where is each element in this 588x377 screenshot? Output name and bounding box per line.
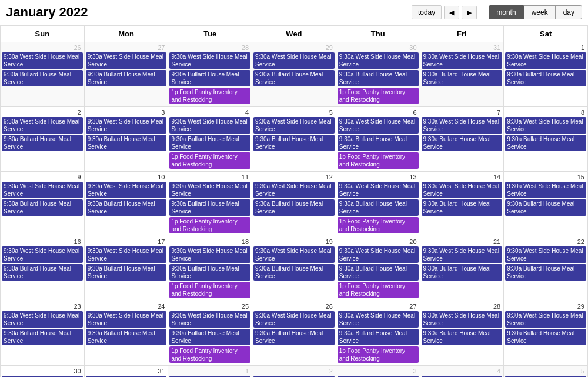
bullard-event[interactable]: 9:30a Bullard House Meal Service — [505, 199, 586, 216]
bullard-event[interactable]: 9:30a Bullard House Meal Service — [338, 135, 419, 151]
food-pantry-event[interactable]: 1p Food Pantry Inventory and Restocking — [169, 346, 250, 363]
west-side-event[interactable]: 9:30a West Side House Meal Service — [505, 182, 586, 198]
bullard-event[interactable]: 9:30a Bullard House Meal Service — [169, 329, 250, 345]
calendar-cell: 109:30a West Side House Meal Service9:30… — [84, 172, 168, 236]
bullard-event[interactable]: 9:30a Bullard House Meal Service — [169, 264, 250, 281]
bullard-event[interactable]: 9:30a Bullard House Meal Service — [253, 264, 335, 281]
bullard-event[interactable]: 9:30a Bullard House Meal Service — [338, 70, 419, 86]
week-row-2: 99:30a West Side House Meal Service9:30a… — [1, 172, 588, 236]
west-side-event[interactable]: 9:30a West Side House Meal Service — [422, 182, 503, 198]
west-side-event[interactable]: 9:30a West Side House Meal Service — [505, 117, 586, 134]
weekday-header-sat: Sat — [504, 26, 588, 42]
bullard-event[interactable]: 9:30a Bullard House Meal Service — [422, 135, 503, 151]
food-pantry-event[interactable]: 1p Food Pantry Inventory and Restocking — [169, 88, 250, 104]
bullard-event[interactable]: 9:30a Bullard House Meal Service — [86, 329, 167, 345]
prev-button[interactable]: ◀ — [444, 6, 459, 19]
west-side-event[interactable]: 9:30a West Side House Meal Service — [86, 246, 167, 263]
calendar-cell: 269:30a West Side House Meal Service9:30… — [252, 301, 336, 366]
west-side-event[interactable]: 9:30a West Side House Meal Service — [253, 52, 335, 69]
west-side-event[interactable]: 9:30a West Side House Meal Service — [169, 117, 250, 134]
food-pantry-event[interactable]: 1p Food Pantry Inventory and Restocking — [338, 217, 419, 233]
bullard-event[interactable]: 9:30a Bullard House Meal Service — [2, 70, 83, 86]
bullard-event[interactable]: 9:30a Bullard House Meal Service — [169, 135, 250, 151]
day-view-button[interactable]: day — [556, 5, 582, 19]
bullard-event[interactable]: 9:30a Bullard House Meal Service — [253, 70, 335, 86]
west-side-event[interactable]: 9:30a West Side House Meal Service — [422, 52, 503, 69]
bullard-event[interactable]: 9:30a Bullard House Meal Service — [253, 199, 335, 216]
bullard-event[interactable]: 9:30a Bullard House Meal Service — [86, 264, 167, 281]
west-side-event[interactable]: 9:30a West Side House Meal Service — [86, 182, 167, 198]
bullard-event[interactable]: 9:30a Bullard House Meal Service — [422, 264, 503, 281]
west-side-event[interactable]: 9:30a West Side House Meal Service — [505, 246, 586, 263]
bullard-event[interactable]: 9:30a Bullard House Meal Service — [2, 329, 83, 345]
bullard-event[interactable]: 9:30a Bullard House Meal Service — [86, 135, 167, 151]
bullard-event[interactable]: 9:30a Bullard House Meal Service — [253, 135, 335, 151]
west-side-event[interactable]: 9:30a West Side House Meal Service — [253, 246, 335, 263]
bullard-event[interactable]: 9:30a Bullard House Meal Service — [505, 264, 586, 281]
bullard-event[interactable]: 9:30a Bullard House Meal Service — [2, 264, 83, 281]
bullard-event[interactable]: 9:30a Bullard House Meal Service — [338, 199, 419, 216]
bullard-event[interactable]: 9:30a Bullard House Meal Service — [2, 135, 83, 151]
west-side-event[interactable]: 9:30a West Side House Meal Service — [2, 246, 83, 263]
calendar-cell: 259:30a West Side House Meal Service9:30… — [168, 301, 252, 366]
bullard-event[interactable]: 9:30a Bullard House Meal Service — [422, 70, 503, 86]
food-pantry-event[interactable]: 1p Food Pantry Inventory and Restocking — [169, 217, 250, 233]
next-button[interactable]: ▶ — [462, 6, 477, 19]
west-side-event[interactable]: 9:30a West Side House Meal Service — [2, 311, 83, 328]
west-side-event[interactable]: 9:30a West Side House Meal Service — [338, 52, 419, 69]
west-side-event[interactable]: 9:30a West Side House Meal Service — [86, 117, 167, 134]
food-pantry-event[interactable]: 1p Food Pantry Inventory and Restocking — [169, 282, 250, 298]
west-side-event[interactable]: 9:30a West Side House Meal Service — [253, 311, 335, 328]
west-side-event[interactable]: 9:30a West Side House Meal Service — [338, 182, 419, 198]
west-side-event[interactable]: 9:30a West Side House Meal Service — [2, 182, 83, 198]
bullard-event[interactable]: 9:30a Bullard House Meal Service — [169, 70, 250, 86]
bullard-event[interactable]: 9:30a Bullard House Meal Service — [338, 329, 419, 345]
west-side-event[interactable]: 9:30a West Side House Meal Service — [338, 246, 419, 263]
food-pantry-event[interactable]: 1p Food Pantry Inventory and Restocking — [338, 282, 419, 298]
west-side-event[interactable]: 9:30a West Side House Meal Service — [505, 311, 586, 328]
today-button[interactable]: today — [412, 5, 442, 19]
bullard-event[interactable]: 9:30a Bullard House Meal Service — [169, 199, 250, 216]
west-side-event[interactable]: 9:30a West Side House Meal Service — [169, 182, 250, 198]
bullard-event[interactable]: 9:30a Bullard House Meal Service — [422, 329, 503, 345]
food-pantry-event[interactable]: 1p Food Pantry Inventory and Restocking — [338, 152, 419, 169]
west-side-event[interactable]: 9:30a West Side House Meal Service — [422, 311, 503, 328]
west-side-event[interactable]: 9:30a West Side House Meal Service — [2, 117, 83, 134]
week-view-button[interactable]: week — [524, 5, 556, 19]
bullard-event[interactable]: 9:30a Bullard House Meal Service — [422, 199, 503, 216]
day-number: 29 — [505, 302, 586, 311]
bullard-event[interactable]: 9:30a Bullard House Meal Service — [505, 329, 586, 345]
west-side-event[interactable]: 9:30a West Side House Meal Service — [169, 246, 250, 263]
bullard-event[interactable]: 9:30a Bullard House Meal Service — [86, 199, 167, 216]
west-side-event[interactable]: 9:30a West Side House Meal Service — [2, 52, 83, 69]
bullard-event[interactable]: 9:30a Bullard House Meal Service — [505, 70, 586, 86]
west-side-event[interactable]: 9:30a West Side House Meal Service — [338, 117, 419, 134]
bullard-event[interactable]: 9:30a Bullard House Meal Service — [2, 199, 83, 216]
food-pantry-event[interactable]: 1p Food Pantry Inventory and Restocking — [338, 346, 419, 363]
west-side-event[interactable]: 9:30a West Side House Meal Service — [86, 52, 167, 69]
west-side-event[interactable]: 9:30a West Side House Meal Service — [169, 52, 250, 69]
day-number: 4 — [169, 108, 250, 117]
west-side-event[interactable]: 9:30a West Side House Meal Service — [253, 182, 335, 198]
bullard-event[interactable]: 9:30a Bullard House Meal Service — [253, 329, 335, 345]
calendar-cell: 49:30a West Side House Meal Service9:30a… — [168, 107, 252, 172]
west-side-event[interactable]: 9:30a West Side House Meal Service — [505, 52, 586, 69]
west-side-event[interactable]: 9:30a West Side House Meal Service — [338, 311, 419, 328]
day-number: 8 — [505, 108, 586, 117]
weekday-header-sun: Sun — [1, 26, 85, 42]
day-number: 27 — [86, 44, 167, 52]
bullard-event[interactable]: 9:30a Bullard House Meal Service — [338, 264, 419, 281]
day-number: 12 — [253, 173, 335, 182]
west-side-event[interactable]: 9:30a West Side House Meal Service — [169, 311, 250, 328]
bullard-event[interactable]: 9:30a Bullard House Meal Service — [86, 70, 167, 86]
west-side-event[interactable]: 9:30a West Side House Meal Service — [86, 311, 167, 328]
bullard-event[interactable]: 9:30a Bullard House Meal Service — [505, 135, 586, 151]
food-pantry-event[interactable]: 1p Food Pantry Inventory and Restocking — [338, 88, 419, 104]
west-side-event[interactable]: 9:30a West Side House Meal Service — [253, 117, 335, 134]
month-view-button[interactable]: month — [489, 5, 523, 19]
food-pantry-event[interactable]: 1p Food Pantry Inventory and Restocking — [169, 152, 250, 169]
day-number: 17 — [86, 238, 167, 246]
west-side-event[interactable]: 9:30a West Side House Meal Service — [422, 117, 503, 134]
calendar-cell: 319:30a West Side House Meal Service9:30… — [420, 42, 504, 107]
west-side-event[interactable]: 9:30a West Side House Meal Service — [422, 246, 503, 263]
